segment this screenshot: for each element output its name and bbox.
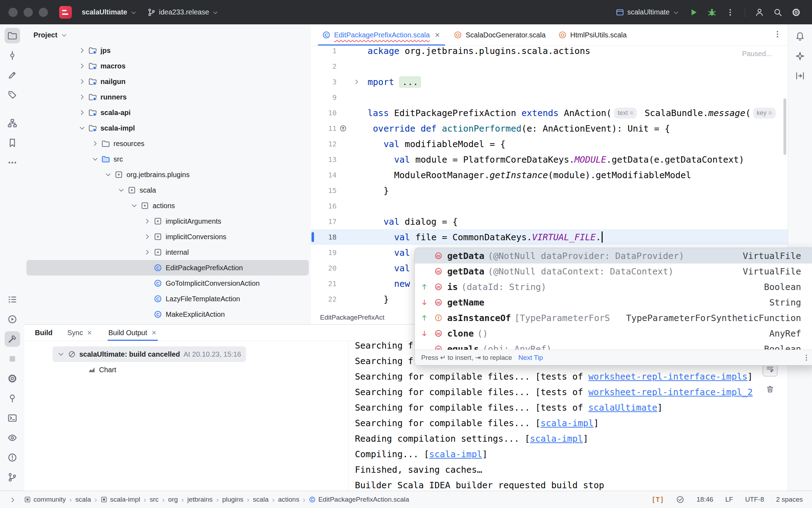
build-tab[interactable]: Build Output [107,325,158,341]
console-link[interactable]: scala-impl [541,418,594,428]
tree-item[interactable]: resources [26,136,309,151]
breadcrumb-item[interactable]: scala-impl [100,496,140,503]
console-link[interactable]: scala-impl [530,434,583,444]
project-selector[interactable]: scalaUltimate [78,5,140,19]
translation-widget[interactable]: [T] [651,495,664,504]
rail-profiler-button[interactable] [5,351,20,367]
tree-item[interactable]: nailgun [26,74,309,89]
fold-chevron-icon[interactable] [353,79,360,85]
tree-item[interactable]: jps [26,46,309,58]
minimize-window-button[interactable] [24,8,33,17]
breadcrumb-item[interactable]: CEditPackagePrefixAction.scala [309,496,409,503]
search-everywhere-button[interactable] [770,5,785,20]
encoding-widget[interactable]: UTF-8 [745,496,764,503]
completion-item[interactable]: mequals(obj: AnyRef)Boolean [415,341,812,350]
rail-edit-button[interactable] [5,67,20,83]
build-tree-item[interactable]: scalaUltimate: build cancelledAt 20.10.2… [53,346,246,362]
rail-commit-button[interactable] [5,48,20,63]
tree-item[interactable]: org.jetbrains.plugins [26,167,309,182]
rail-todo-button[interactable] [5,292,20,307]
override-marker-icon[interactable] [339,125,347,132]
tree-item[interactable]: src [26,151,309,167]
code-with-me-button[interactable] [752,5,767,20]
tree-item[interactable]: scala [26,182,309,198]
tree-item[interactable]: scala-impl [26,120,309,136]
window-controls[interactable] [8,8,48,17]
completion-item[interactable]: fasInstanceOf[TypeParameterForSTypeParam… [415,310,812,326]
build-panel-divider[interactable] [348,341,349,491]
editor-tab[interactable]: OScalaDocGenerator.scala [447,24,552,46]
tree-item[interactable]: scala-api [26,105,309,120]
build-tab[interactable]: Sync [67,325,93,341]
rail-bookmarks-button[interactable] [5,135,20,151]
breadcrumb-item[interactable]: org [168,496,178,503]
close-icon[interactable] [434,31,441,38]
breadcrumb-item[interactable]: scala [75,496,91,503]
rail-notifications-button[interactable] [792,29,808,44]
rail-terminal-button[interactable] [5,410,20,426]
rail-diff-viewer-button[interactable] [792,68,808,84]
rail-problems-button[interactable] [5,450,20,465]
completion-item[interactable]: mclone()AnyRef [415,326,812,341]
completion-item[interactable]: mis(dataId: String)Boolean [415,279,812,295]
console-link[interactable]: scala-impl [429,449,482,459]
tree-item[interactable]: internal [26,244,309,260]
run-button[interactable] [686,5,701,20]
inspections-widget-icon[interactable] [676,495,684,504]
console-link[interactable]: worksheet-repl-interface-impls [588,371,748,382]
rail-structure-button[interactable] [5,115,20,131]
close-icon[interactable] [86,329,93,336]
rail-inspections-button[interactable] [5,430,20,446]
tree-item[interactable]: implicitArguments [26,213,309,229]
editor-tab[interactable]: CEditPackagePrefixAction.scala [316,24,447,46]
breadcrumb-item[interactable]: plugins [222,496,243,503]
tree-item[interactable]: CGoToImplicitConversionAction [26,276,309,291]
branch-selector[interactable]: idea233.release [144,5,222,19]
clear-console-button[interactable] [763,382,777,396]
close-window-button[interactable] [8,8,18,17]
tab-options-button[interactable] [773,30,782,38]
line-ending-widget[interactable]: LF [725,496,733,503]
run-configuration-selector[interactable]: scalaUltimate [612,5,683,19]
console-link[interactable]: scalaUltimate [588,403,657,413]
editor-scrollbar[interactable] [783,98,786,155]
breadcrumb-item[interactable]: actions [278,496,299,503]
tree-item[interactable]: macros [26,58,309,74]
rail-settings-sync-button[interactable] [5,371,20,386]
breadcrumb-item[interactable]: community [24,496,66,503]
breadcrumb-item[interactable]: jetbrains [187,496,213,503]
rail-pin-button[interactable] [5,391,20,406]
indent-widget[interactable]: 2 spaces [776,496,803,503]
settings-button[interactable] [789,5,804,20]
rail-version-control-button[interactable] [5,470,20,485]
rail-more-button[interactable] [5,155,20,170]
breadcrumb-item[interactable]: scala [253,496,269,503]
close-icon[interactable] [151,329,157,336]
project-panel-header[interactable]: Project [24,24,311,46]
completion-item[interactable]: mgetData(@NotNull dataContext: DataConte… [415,264,812,279]
caret-position-widget[interactable]: 18:46 [696,496,713,503]
console-link[interactable]: worksheet-repl-interface-impl_2 [588,387,753,397]
maximize-window-button[interactable] [39,8,48,17]
breadcrumb-item[interactable]: src [150,496,159,503]
next-tip-link[interactable]: Next Tip [518,354,543,362]
tree-item[interactable]: CEditPackagePrefixAction [26,260,309,276]
rail-services-button[interactable] [5,312,20,327]
completion-item[interactable]: mgetData(@NotNull dataProvider: DataProv… [415,248,812,264]
toolwindow-toggle-button[interactable] [9,496,16,503]
more-actions-button[interactable] [723,5,738,20]
rail-ai-assistant-button[interactable] [792,48,808,64]
rail-build-button[interactable] [5,331,20,347]
tree-item[interactable]: actions [26,198,309,213]
debug-button[interactable] [705,5,719,20]
completion-item[interactable]: mgetNameString [415,295,812,310]
build-tree-item[interactable]: Chart [83,362,121,377]
tree-item[interactable]: CMakeExplicitAction [26,307,309,322]
tree-item[interactable]: implicitConversions [26,229,309,244]
completion-options-button[interactable] [802,353,810,362]
rail-project-button[interactable] [5,28,20,43]
editor-tab[interactable]: OHtmlPsiUtils.scala [552,24,633,46]
tree-item[interactable]: CLazyFileTemplateAction [26,291,309,307]
tree-item[interactable]: runners [26,89,309,105]
rail-tags-button[interactable] [5,87,20,103]
